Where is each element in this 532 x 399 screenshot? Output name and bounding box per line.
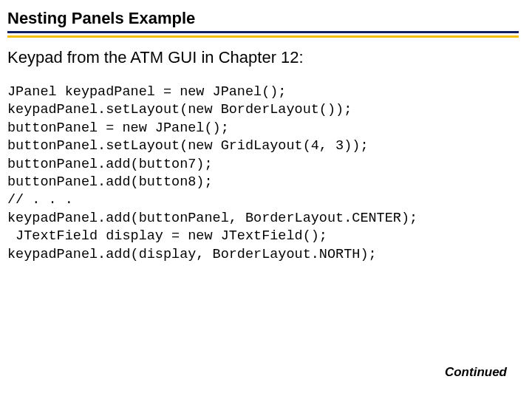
- slide: Nesting Panels Example Keypad from the A…: [0, 0, 532, 399]
- divider-navy: [7, 31, 519, 33]
- code-block: JPanel keypadPanel = new JPanel(); keypa…: [7, 83, 519, 264]
- divider-gold: [7, 35, 519, 38]
- slide-subtitle: Keypad from the ATM GUI in Chapter 12:: [7, 48, 519, 67]
- continued-label: Continued: [445, 365, 507, 380]
- slide-title: Nesting Panels Example: [7, 9, 519, 28]
